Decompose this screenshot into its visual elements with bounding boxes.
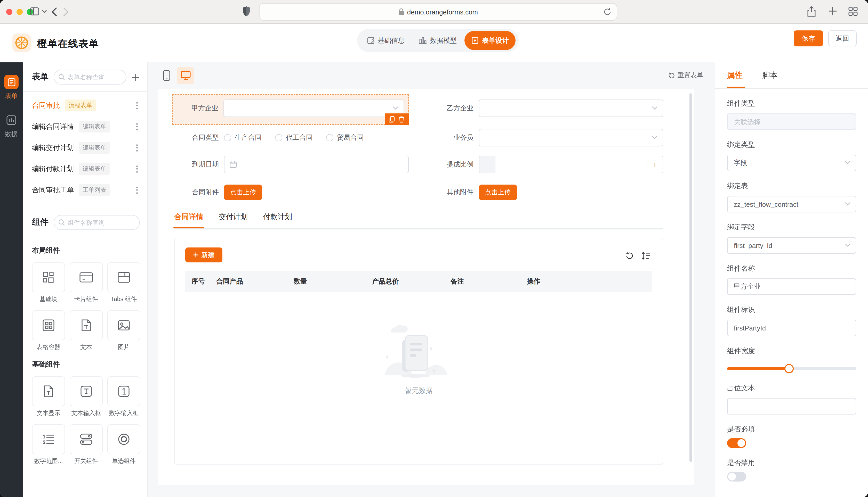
desktop-preview-button[interactable] [177, 67, 194, 84]
component-tile-number-range[interactable]: 12 数字范围... [32, 424, 65, 465]
contract-products-card: 新建 序号 合同产品 数量 产品总价 备注 操作 [175, 238, 663, 465]
radio-production-contract[interactable]: 生产合同 [224, 133, 262, 142]
basic-block-icon [42, 271, 55, 284]
copy-component-icon[interactable] [389, 116, 395, 123]
contract-upload-button[interactable]: 点击上传 [224, 185, 262, 200]
form-list-item[interactable]: 编辑合同详情 编辑表单 [23, 116, 147, 137]
radio-oem-contract[interactable]: 代工合同 [275, 133, 313, 142]
chevron-down-icon [845, 202, 851, 206]
more-actions-icon[interactable] [135, 121, 139, 132]
component-tile-radio[interactable]: 单选组件 [107, 424, 140, 465]
component-tile-switch[interactable]: 开关组件 [70, 424, 103, 465]
bind-table-select[interactable]: zz_test_flow_contract [727, 196, 856, 212]
tab-delivery-plan[interactable]: 交付计划 [219, 212, 248, 222]
col-total: 产品总价 [366, 276, 444, 286]
salesman-select[interactable] [479, 129, 663, 146]
tab-contract-detail[interactable]: 合同详情 [175, 212, 203, 222]
required-toggle[interactable] [727, 438, 746, 448]
placeholder-text-input[interactable] [727, 398, 856, 414]
component-tile-tabs[interactable]: Tabs 组件 [107, 262, 140, 303]
component-tile-text-input[interactable]: 文本输入框 [70, 377, 103, 417]
component-tile-card[interactable]: 卡片组件 [70, 262, 103, 303]
text-input-icon [80, 385, 93, 398]
component-search[interactable] [54, 215, 140, 230]
component-search-input[interactable] [68, 219, 135, 226]
tab-data-model[interactable]: 数据模型 [412, 31, 464, 50]
sidebar-toggle-icon[interactable] [30, 7, 39, 15]
increase-button[interactable]: + [647, 156, 663, 173]
delete-component-icon[interactable] [398, 116, 404, 123]
component-tile-image[interactable]: 图片 [107, 310, 140, 351]
forward-icon[interactable] [63, 7, 69, 16]
component-tile-number-input[interactable]: 数字输入框 [107, 377, 140, 417]
close-window-button[interactable] [6, 9, 12, 15]
refresh-icon[interactable] [625, 252, 634, 260]
back-button[interactable]: 返回 [828, 30, 857, 46]
radio-component-icon [117, 432, 130, 446]
tab-properties[interactable]: 属性 [727, 71, 743, 88]
new-tab-icon[interactable] [828, 7, 837, 15]
second-party-select[interactable] [479, 100, 663, 117]
table-container-icon [42, 318, 55, 332]
form-list-item[interactable]: 合同审批工单 工单列表 [23, 180, 147, 201]
number-input-icon [117, 385, 130, 398]
components-panel-title: 组件 [32, 217, 49, 228]
tab-form-design[interactable]: 表单设计 [465, 31, 515, 50]
bind-type-select[interactable]: 字段 [727, 155, 856, 171]
text-display-icon [43, 385, 54, 398]
component-tile-basic-block[interactable]: 基础块 [32, 262, 65, 303]
decrease-button[interactable]: − [479, 156, 495, 173]
properties-panel: 属性 脚本 组件类型 绑定类型 字段 绑定表 zz_test_flow_cont… [715, 62, 868, 497]
url-bar[interactable]: demo.orangeforms.com [259, 3, 617, 20]
more-actions-icon[interactable] [135, 163, 139, 174]
component-key-input[interactable] [727, 320, 856, 336]
selected-component-first-party[interactable]: 甲方企业 [173, 94, 409, 125]
first-party-select[interactable] [223, 100, 404, 117]
minimize-window-button[interactable] [16, 9, 23, 15]
canvas-scrollbar[interactable] [689, 93, 692, 462]
more-actions-icon[interactable] [135, 184, 139, 196]
rail-item-forms[interactable]: 表单 [4, 75, 18, 101]
reload-icon[interactable] [604, 8, 611, 16]
reset-form-button[interactable]: 重置表单 [668, 71, 703, 80]
form-search-input[interactable] [68, 73, 122, 81]
form-list-item[interactable]: 编辑付款计划 编辑表单 [23, 158, 147, 180]
window-controls [6, 9, 33, 15]
sidebar-chevron-icon[interactable] [42, 10, 47, 13]
add-form-button[interactable] [132, 73, 140, 81]
component-tile-text-display[interactable]: 文本显示 [32, 377, 65, 417]
form-type-badge: 工单列表 [79, 184, 110, 196]
mobile-preview-button[interactable] [158, 67, 175, 84]
form-canvas-card: 甲方企业 乙方企业 [158, 89, 694, 485]
back-icon[interactable] [52, 7, 57, 16]
form-search[interactable] [54, 70, 126, 85]
component-tile-text[interactable]: 文本 [70, 310, 103, 351]
disabled-toggle[interactable] [727, 472, 746, 482]
slider-handle[interactable] [784, 364, 794, 373]
more-actions-icon[interactable] [135, 142, 139, 153]
form-list-item[interactable]: 编辑交付计划 编辑表单 [23, 137, 147, 158]
radio-trade-contract[interactable]: 贸易合同 [326, 133, 364, 142]
form-type-badge: 编辑表单 [79, 120, 110, 132]
bind-field-select[interactable]: first_party_id [727, 237, 856, 254]
disabled-label: 是否禁用 [727, 458, 856, 468]
form-list-item[interactable]: 合同审批 流程表单 [23, 95, 147, 116]
save-button[interactable]: 保存 [794, 30, 823, 46]
component-width-slider[interactable] [727, 367, 856, 370]
more-actions-icon[interactable] [135, 100, 139, 111]
column-sort-icon[interactable] [642, 252, 650, 260]
component-name-label: 组件名称 [727, 264, 856, 273]
tab-overview-icon[interactable] [849, 7, 858, 16]
tab-basic-info[interactable]: 基础信息 [360, 31, 411, 50]
tab-script[interactable]: 脚本 [762, 71, 778, 88]
due-date-input[interactable] [224, 156, 409, 173]
rail-item-data[interactable]: 数据 [4, 113, 18, 139]
tab-payment-plan[interactable]: 付款计划 [263, 212, 292, 222]
privacy-shield-icon[interactable] [243, 6, 250, 17]
other-upload-button[interactable]: 点击上传 [479, 185, 517, 200]
component-tile-table-container[interactable]: 表格容器 [32, 310, 65, 351]
browser-chrome: demo.orangeforms.com [0, 0, 868, 24]
new-row-button[interactable]: 新建 [185, 247, 222, 262]
share-icon[interactable] [807, 6, 816, 17]
component-name-input[interactable] [727, 279, 856, 295]
